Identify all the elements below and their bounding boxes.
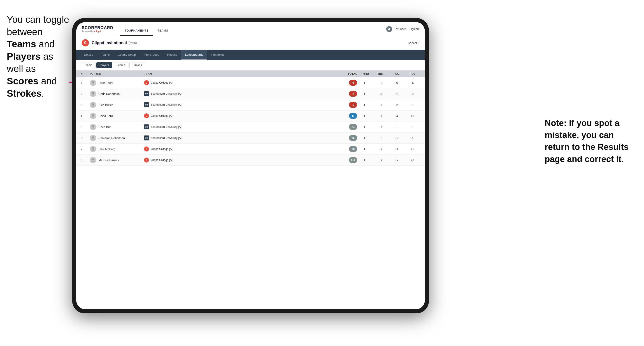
team-cell: SU Scoreboard University [A] — [144, 91, 337, 96]
total-cell: +1 — [337, 124, 357, 130]
total-cell: -2 — [337, 102, 357, 108]
rd1-cell: +1 — [373, 103, 389, 107]
thru-cell: F — [357, 148, 373, 151]
rank-8: 8 — [81, 159, 90, 162]
rd2-cell: +5 — [389, 92, 404, 96]
team-logo-clippd: C — [144, 80, 149, 85]
tablet-device: SCOREBOARD Powered by clippd TOURNAMENTS… — [72, 18, 429, 313]
tab-details[interactable]: Details — [80, 50, 97, 60]
rd1-cell: +3 — [373, 81, 389, 85]
rank-7: 7 — [81, 148, 90, 151]
team-cell: C Clippd College [A] — [144, 113, 337, 118]
player-avatar — [90, 91, 96, 97]
team-cell: SU Scoreboard University [A] — [144, 124, 337, 129]
score-badge: E — [349, 113, 357, 119]
team-logo-clippd: C — [144, 147, 149, 152]
col-team: TEAM — [144, 72, 337, 75]
score-badge: +8 — [349, 146, 357, 152]
col-rank: # — [81, 72, 90, 75]
nav-teams[interactable]: TEAMS — [153, 29, 173, 36]
rd1-cell: +1 — [373, 114, 389, 118]
tab-tee-groups[interactable]: Tee Groups — [140, 50, 163, 60]
svg-point-1 — [388, 28, 390, 29]
sub-tab-teams[interactable]: Teams — [81, 62, 96, 68]
team-name: Scoreboard University [A] — [151, 92, 182, 95]
svg-point-2 — [92, 81, 94, 83]
tab-leaderboards[interactable]: Leaderboards — [181, 50, 207, 60]
left-annotation: You can toggle between Teams and Players… — [7, 13, 70, 100]
table-row: 2 Chris Robertson SU Scoreboard Universi… — [76, 88, 425, 99]
team-logo-clippd: C — [144, 158, 149, 163]
team-name: Scoreboard University [A] — [151, 125, 182, 129]
col-rd3: RD3 — [404, 72, 420, 75]
total-cell: +8 — [337, 146, 357, 152]
player-name: Chris Robertson — [98, 92, 120, 96]
sub-tab-strokes[interactable]: Strokes — [129, 62, 145, 68]
sub-tab-players[interactable]: Players — [96, 62, 112, 68]
team-name: Clippd College [A] — [151, 159, 172, 162]
rank-3: 3 — [81, 103, 90, 107]
user-label: Test User | — [394, 27, 407, 31]
total-cell: -8 — [337, 80, 357, 86]
player-name-cell: Marcus Turners — [90, 157, 144, 163]
total-cell: +6 — [337, 135, 357, 141]
player-name: Rich Butler — [98, 103, 113, 107]
rd3-cell: -4 — [404, 92, 420, 96]
table-row: 8 Marcus Turners C Clippd College [A] +1… — [76, 155, 425, 166]
team-cell: C Clippd College [A] — [144, 158, 337, 163]
sign-out-link[interactable]: Sign out — [410, 27, 420, 31]
table-row: 6 Cameron Robertson SU Scoreboard Univer… — [76, 133, 425, 144]
rd1-cell: +1 — [373, 125, 389, 129]
rd2-cell: +2 — [389, 136, 404, 140]
score-badge: +6 — [349, 135, 357, 141]
tab-bar: Details Teams Course Setup Tee Groups Re… — [76, 50, 425, 60]
rd1-cell: -5 — [373, 92, 389, 96]
player-name-cell: Elliot Ebert — [90, 80, 144, 86]
tournament-title: Clippd Invitational — [92, 41, 127, 45]
table-row: 4 David Ford C Clippd College [A] E F +1… — [76, 110, 425, 122]
nav-tournaments[interactable]: TOURNAMENTS — [120, 29, 153, 36]
player-name: Marcus Turners — [98, 159, 119, 162]
thru-cell: F — [357, 136, 373, 140]
team-cell: SU Scoreboard University [A] — [144, 102, 337, 107]
col-thru: THRU — [357, 72, 373, 75]
player-name-cell: Blair McHarg — [90, 146, 144, 152]
svg-point-5 — [92, 114, 94, 116]
player-name: Cameron Robertson — [98, 136, 125, 140]
team-cell: C Clippd College [A] — [144, 80, 337, 85]
player-avatar — [90, 124, 96, 130]
rd2-cell: E — [389, 125, 404, 129]
team-logo-scoreboard: SU — [144, 102, 149, 107]
sub-tab-scores[interactable]: Scores — [113, 62, 128, 68]
cancel-button[interactable]: Cancel × — [408, 41, 420, 45]
player-name: Rees Britt — [98, 125, 111, 129]
player-avatar — [90, 80, 96, 86]
rd3-cell: E — [404, 125, 420, 129]
tab-course-setup[interactable]: Course Setup — [114, 50, 140, 60]
tab-results[interactable]: Results — [163, 50, 181, 60]
col-player: PLAYER — [90, 72, 144, 75]
rd2-cell: -6 — [389, 81, 404, 85]
right-annotation-text: Note: If you spot a mistake, you can ret… — [545, 118, 629, 164]
player-avatar — [90, 102, 96, 108]
top-nav-right: Test User | Sign out — [386, 26, 420, 32]
table-header: # PLAYER TEAM TOTAL THRU RD1 RD2 RD3 — [76, 71, 425, 77]
tab-teams[interactable]: Teams — [97, 50, 114, 60]
team-logo-scoreboard: SU — [144, 136, 149, 141]
rd1-cell: +2 — [373, 148, 389, 151]
logo-area: SCOREBOARD Powered by clippd — [82, 25, 113, 33]
rd3-cell: -5 — [404, 81, 420, 85]
team-logo-scoreboard: SU — [144, 124, 149, 129]
team-name: Clippd College [A] — [151, 81, 172, 84]
score-badge: -2 — [349, 102, 357, 108]
rd2-cell: -2 — [389, 103, 404, 107]
tab-printables[interactable]: Printables — [207, 50, 228, 60]
thru-cell: F — [357, 103, 373, 107]
score-badge: -4 — [349, 91, 357, 97]
player-name: Blair McHarg — [98, 148, 115, 151]
player-name: David Ford — [98, 114, 113, 118]
thru-cell: F — [357, 159, 373, 162]
team-logo-clippd: C — [144, 113, 149, 118]
svg-point-8 — [92, 148, 94, 149]
rd1-cell: +2 — [373, 159, 389, 162]
